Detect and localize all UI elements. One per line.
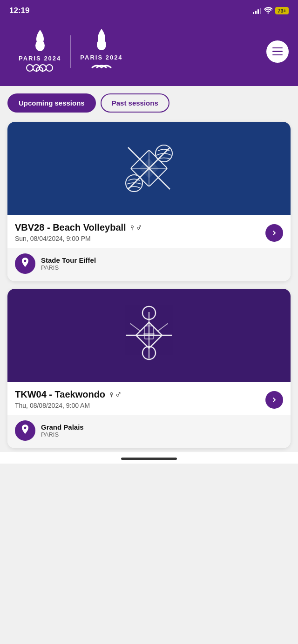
taekwondo-venue-city: PARIS	[41, 431, 84, 438]
status-time: 12:19	[9, 6, 29, 15]
olympic-rings	[26, 64, 54, 74]
session-tabs: Upcoming sessions Past sessions	[0, 86, 298, 118]
svg-line-22	[130, 324, 140, 331]
volleyball-venue-city: PARIS	[41, 264, 96, 271]
status-icons: 73+	[253, 7, 289, 15]
menu-line-3	[272, 54, 283, 56]
volleyball-card-image	[7, 122, 291, 215]
paralympics-logo: PARIS 2024	[71, 28, 132, 75]
beach-volleyball-icon	[112, 131, 186, 206]
chevron-right-icon	[271, 230, 277, 236]
olympics-logo: PARIS 2024	[9, 29, 70, 74]
volleyball-card-info: VBV28 - Beach Volleyball ♀♂ Sun, 08/04/2…	[7, 215, 291, 242]
taekwondo-card-image	[7, 289, 291, 382]
battery-indicator: 73+	[275, 7, 289, 14]
home-indicator-bar	[121, 458, 177, 460]
session-card-tkw04: TKW04 - Taekwondo ♀♂ Thu, 08/08/2024, 9:…	[7, 289, 291, 448]
olympics-logo-text: PARIS 2024	[19, 55, 61, 62]
volleyball-card-text: VBV28 - Beach Volleyball ♀♂ Sun, 08/04/2…	[15, 222, 142, 242]
past-sessions-tab[interactable]: Past sessions	[101, 93, 169, 113]
taekwondo-card-text: TKW04 - Taekwondo ♀♂ Thu, 08/08/2024, 9:…	[15, 389, 122, 409]
volleyball-venue-name: Stade Tour Eiffel	[41, 256, 96, 264]
status-bar: 12:19 73+	[0, 0, 298, 20]
volleyball-detail-button[interactable]	[265, 224, 283, 242]
taekwondo-venue-text: Grand Palais PARIS	[41, 423, 84, 438]
svg-line-23	[158, 324, 168, 331]
svg-point-1	[27, 65, 33, 71]
home-indicator-area	[0, 452, 298, 464]
location-pin-icon	[20, 258, 30, 270]
taekwondo-detail-button[interactable]	[265, 391, 283, 409]
menu-line-1	[272, 47, 283, 49]
paralympics-flame-icon	[91, 28, 112, 52]
taekwondo-card-info: TKW04 - Taekwondo ♀♂ Thu, 08/08/2024, 9:…	[7, 382, 291, 409]
volleyball-venue-icon-wrap	[15, 253, 35, 274]
menu-button[interactable]	[266, 40, 289, 63]
paralympics-logo-text: PARIS 2024	[80, 54, 122, 61]
svg-point-6	[97, 39, 106, 50]
taekwondo-event-title: TKW04 - Taekwondo ♀♂	[15, 389, 122, 400]
taekwondo-venue-icon-wrap	[15, 420, 35, 441]
header-logos: PARIS 2024 PARIS 2024	[9, 28, 266, 75]
agitos-symbol	[90, 63, 113, 75]
svg-point-0	[35, 40, 45, 51]
svg-point-4	[46, 65, 53, 71]
app-header: PARIS 2024 PARIS 2024	[0, 20, 298, 86]
chevron-right-icon-2	[271, 397, 277, 403]
upcoming-sessions-tab[interactable]: Upcoming sessions	[7, 93, 96, 113]
location-pin-icon-2	[20, 425, 30, 437]
olympics-flame-icon	[30, 29, 50, 53]
taekwondo-icon	[112, 298, 186, 372]
volleyball-venue: Stade Tour Eiffel PARIS	[7, 248, 291, 281]
volleyball-event-date: Sun, 08/04/2024, 9:00 PM	[15, 235, 142, 242]
wifi-icon	[264, 7, 272, 15]
taekwondo-event-date: Thu, 08/08/2024, 9:00 AM	[15, 402, 122, 409]
volleyball-event-title: VBV28 - Beach Volleyball ♀♂	[15, 222, 142, 233]
sessions-list: VBV28 - Beach Volleyball ♀♂ Sun, 08/04/2…	[0, 118, 298, 452]
taekwondo-venue: Grand Palais PARIS	[7, 415, 291, 448]
taekwondo-venue-name: Grand Palais	[41, 423, 84, 431]
session-card-vbv28: VBV28 - Beach Volleyball ♀♂ Sun, 08/04/2…	[7, 122, 291, 281]
volleyball-venue-text: Stade Tour Eiffel PARIS	[41, 256, 96, 271]
menu-line-2	[272, 51, 283, 52]
signal-icon	[253, 7, 261, 14]
